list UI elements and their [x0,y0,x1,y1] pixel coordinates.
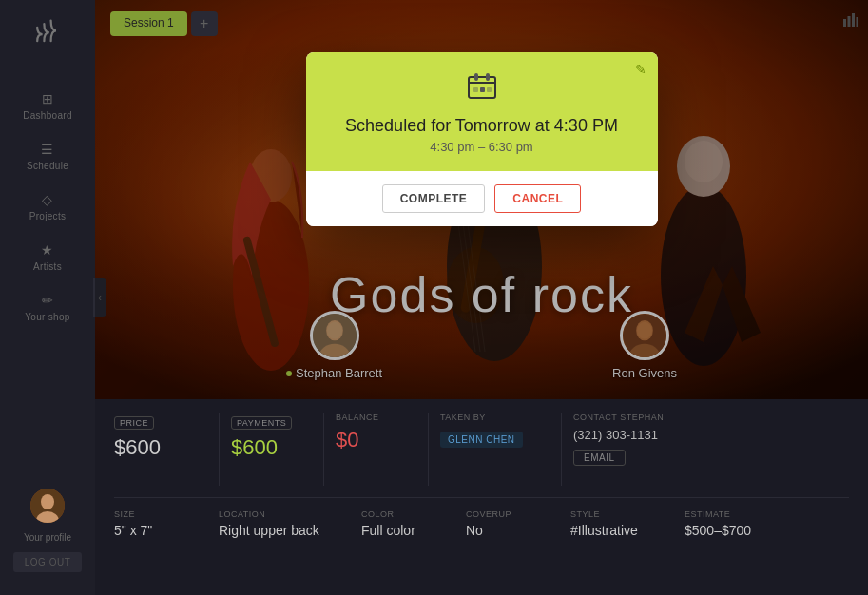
style-label: Style [570,509,685,519]
coverup-value: No [466,523,570,538]
modal-edit-icon[interactable]: ✎ [635,62,646,77]
info-size: Size 5" x 7" [114,509,219,538]
sidebar-item-label: Dashboard [23,110,72,121]
svg-point-1 [41,494,54,509]
svg-rect-26 [473,87,478,92]
hero-area: Session 1 + ✎ [95,0,868,399]
info-row-1: PRICE $600 PAYMENTS $600 Balance $0 Take… [114,413,849,498]
color-value: Full color [361,523,466,538]
calendar-icon [467,71,497,108]
info-color: Color Full color [361,509,466,538]
complete-button[interactable]: COMPLETE [382,184,486,213]
info-style: Style #Illustrative [570,509,685,538]
takenby-badge: GLENN CHEN [440,432,523,448]
sidebar-item-projects[interactable]: ◇ Projects [0,182,95,231]
svg-rect-28 [487,87,492,92]
sidebar-item-label: Artists [33,261,62,272]
takenby-label: Taken by [440,413,550,422]
payments-badge: PAYMENTS [231,416,292,430]
avatar [30,489,65,523]
coverup-label: Coverup [466,509,570,519]
shop-icon: ✏ [42,293,53,308]
svg-rect-24 [474,73,478,81]
price-badge: PRICE [114,416,154,430]
sidebar-item-dashboard[interactable]: ⊞ Dashboard [0,82,95,130]
modal-header: ✎ Scheduled for Tomorrow at 4:30 PM [306,52,658,171]
svg-rect-25 [486,73,490,81]
color-label: Color [361,509,466,519]
logout-button[interactable]: LOG OUT [13,552,83,572]
dashboard-icon: ⊞ [42,91,53,106]
sidebar-item-yourshop[interactable]: ✏ Your shop [0,283,95,332]
style-value: #Illustrative [570,523,685,538]
location-label: Location [219,509,361,519]
schedule-icon: ☰ [41,142,53,157]
main-content: Session 1 + ✎ [95,0,868,595]
size-value: 5" x 7" [114,523,219,538]
balance-value: $0 [336,428,416,452]
contact-label: Contact Stephan [573,413,849,422]
info-contact: Contact Stephan (321) 303-1131 EMAIL [561,413,849,486]
modal-title: Scheduled for Tomorrow at 4:30 PM [345,116,618,136]
balance-label: Balance [336,413,416,422]
sidebar: ⊞ Dashboard ☰ Schedule ◇ Projects ★ Arti… [0,0,95,595]
artists-icon: ★ [41,242,53,258]
projects-icon: ◇ [42,192,52,207]
sidebar-item-label: Your shop [25,312,69,322]
payments-value: $600 [231,435,312,460]
estimate-value: $500–$700 [685,523,849,538]
sidebar-item-schedule[interactable]: ☰ Schedule [0,132,95,181]
email-button[interactable]: EMAIL [573,450,626,466]
sidebar-item-label: Schedule [27,161,68,171]
info-takenby: Taken by GLENN CHEN [428,413,561,486]
info-balance: Balance $0 [323,413,428,486]
sidebar-item-label: Projects [29,211,67,221]
sidebar-item-artists[interactable]: ★ Artists [0,233,95,281]
app-logo [30,17,65,55]
info-payments: PAYMENTS $600 [219,413,323,486]
sidebar-nav: ⊞ Dashboard ☰ Schedule ◇ Projects ★ Arti… [0,82,95,489]
info-price: PRICE $600 [114,413,219,486]
modal-overlay: ✎ Scheduled for Tomorrow at 4:30 PM [95,0,868,399]
svg-rect-27 [480,87,485,92]
modal-subtitle: 4:30 pm – 6:30 pm [430,140,532,154]
size-label: Size [114,509,219,519]
info-bar: PRICE $600 PAYMENTS $600 Balance $0 Take… [95,399,868,595]
info-coverup: Coverup No [466,509,570,538]
contact-phone: (321) 303-1131 [573,428,849,442]
modal-card: ✎ Scheduled for Tomorrow at 4:30 PM [306,52,658,226]
info-row-2: Size 5" x 7" Location Right upper back C… [114,498,849,538]
price-value: $600 [114,435,207,460]
sidebar-bottom: Your profile LOG OUT [13,489,83,582]
info-location: Location Right upper back [219,509,361,538]
location-value: Right upper back [219,523,361,538]
profile-label: Your profile [24,532,71,543]
info-estimate: Estimate $500–$700 [685,509,849,538]
modal-actions: COMPLETE CANCEL [306,171,658,226]
estimate-label: Estimate [685,509,849,519]
cancel-button[interactable]: CANCEL [494,184,581,213]
